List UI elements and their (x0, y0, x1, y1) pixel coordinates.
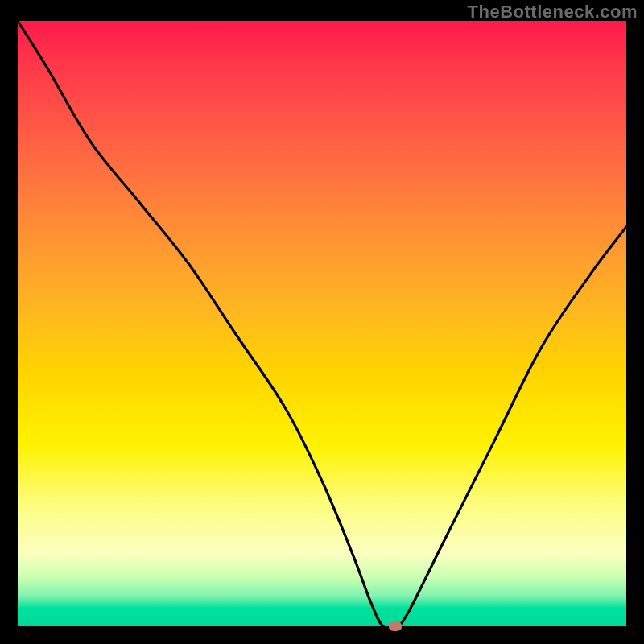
watermark-text: TheBottleneck.com (468, 2, 638, 23)
plot-area (18, 21, 626, 626)
bottleneck-point-marker (389, 621, 402, 631)
bottleneck-curve (18, 21, 626, 626)
chart-frame: TheBottleneck.com (0, 0, 644, 644)
